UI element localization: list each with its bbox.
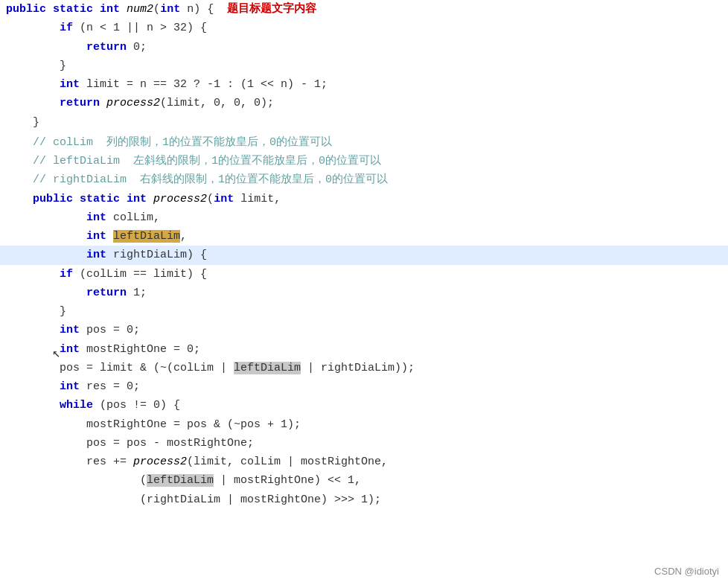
- code-token: int: [60, 324, 80, 336]
- line-content: res += process2(limit, colLim | mostRigh…: [6, 453, 388, 470]
- code-token: }: [6, 305, 66, 318]
- code-line: // rightDiaLim 右斜线的限制，1的位置不能放皇后，0的位置可以: [0, 170, 728, 189]
- code-line: return process2(limit, 0, 0, 0);: [0, 94, 728, 112]
- code-line: if (n < 1 || n > 32) {: [0, 19, 728, 37]
- code-token: int: [160, 3, 180, 16]
- code-line: mostRightOne = pos & (~pos + 1);: [0, 415, 728, 434]
- code-line: }: [0, 113, 728, 132]
- code-token: [46, 3, 53, 16]
- code-token: (: [207, 193, 214, 205]
- code-token: int: [214, 193, 234, 205]
- code-line: return 1;: [0, 284, 728, 302]
- code-line: pos = pos - mostRightOne;: [0, 434, 728, 453]
- code-token: 1;: [127, 287, 147, 299]
- code-token: [100, 97, 106, 109]
- code-line: int rightDiaLim) {: [0, 246, 728, 264]
- code-token: [6, 343, 60, 356]
- code-token: return: [60, 97, 100, 109]
- code-token: }: [6, 116, 39, 129]
- line-content: int limit = n == 32 ? -1 : (1 << n) - 1;: [6, 76, 328, 93]
- code-line: int colLim,: [0, 208, 728, 227]
- line-content: while (pos != 0) {: [6, 397, 180, 414]
- code-token: public: [6, 3, 46, 16]
- code-token: (limit, colLim | mostRightOne,: [187, 456, 388, 468]
- code-token: (colLim == limit) {: [73, 268, 207, 281]
- code-token: [147, 193, 153, 205]
- line-content: }: [6, 303, 66, 320]
- code-token: (limit, 0, 0, 0);: [160, 97, 274, 109]
- code-token: [120, 3, 127, 16]
- code-token: int: [86, 211, 106, 224]
- line-content: return process2(limit, 0, 0, 0);: [6, 95, 274, 112]
- line-content: int mostRightOne = 0;: [6, 341, 200, 358]
- line-content: int leftDiaLim,: [6, 228, 187, 245]
- code-token: [6, 41, 86, 54]
- code-line: int leftDiaLim,: [0, 227, 728, 246]
- code-token: pos = pos - mostRightOne;: [6, 437, 254, 450]
- line-content: int rightDiaLim) {: [6, 246, 207, 263]
- line-content: int pos = 0;: [6, 322, 140, 339]
- code-token: [106, 230, 113, 243]
- line-content: // colLim 列的限制，1的位置不能放皇后，0的位置可以: [6, 134, 332, 151]
- line-content: return 0;: [6, 39, 147, 56]
- code-token: int: [86, 230, 106, 243]
- code-line: }: [0, 57, 728, 75]
- code-token: (: [6, 474, 147, 487]
- code-token: [6, 78, 60, 91]
- code-token: [6, 230, 86, 243]
- code-token: limit,: [234, 193, 281, 205]
- code-token: res +=: [6, 456, 133, 468]
- code-token: (n < 1 || n > 32) {: [73, 22, 207, 34]
- code-token: int: [60, 380, 80, 393]
- code-token: (: [153, 3, 160, 16]
- code-token: // rightDiaLim 右斜线的限制，1的位置不能放皇后，0的位置可以: [6, 173, 388, 186]
- code-token: | mostRightOne) << 1,: [214, 474, 361, 487]
- code-token: [6, 22, 60, 34]
- line-content: mostRightOne = pos & (~pos + 1);: [6, 416, 301, 433]
- code-token: [6, 380, 60, 393]
- code-token: // leftDiaLim 左斜线的限制，1的位置不能放皇后，0的位置可以: [6, 155, 381, 167]
- code-line: int mostRightOne = 0;: [0, 340, 728, 359]
- line-content: public static int process2(int limit,: [6, 191, 281, 208]
- code-token: (rightDiaLim | mostRightOne) >>> 1);: [6, 493, 381, 506]
- code-token: mostRightOne = 0;: [80, 343, 200, 356]
- code-token: int: [127, 193, 147, 205]
- code-line: res += process2(limit, colLim | mostRigh…: [0, 453, 728, 471]
- line-content: }: [6, 114, 39, 131]
- line-content: int res = 0;: [6, 378, 140, 395]
- code-token: [6, 249, 86, 261]
- code-token: limit = n == 32 ? -1 : (1 << n) - 1;: [80, 78, 328, 91]
- code-token: [6, 211, 86, 224]
- code-token: pos = 0;: [80, 324, 140, 336]
- code-token: leftDiaLim: [147, 474, 214, 487]
- code-line: // colLim 列的限制，1的位置不能放皇后，0的位置可以: [0, 133, 728, 152]
- code-token: process2: [133, 456, 187, 468]
- code-token: ,: [180, 230, 187, 243]
- line-content: public static int num2(int n) { 题目标题文字内容: [6, 1, 316, 18]
- code-token: int: [100, 3, 120, 16]
- code-token: [6, 324, 60, 336]
- code-token: [6, 399, 60, 412]
- code-line: int limit = n == 32 ? -1 : (1 << n) - 1;: [0, 75, 728, 94]
- code-token: [6, 287, 86, 299]
- code-token: pos = limit & (~(colLim |: [6, 362, 234, 374]
- code-line: public static int num2(int n) { 题目标题文字内容: [0, 0, 728, 19]
- code-line: while (pos != 0) {: [0, 396, 728, 415]
- line-content: pos = pos - mostRightOne;: [6, 435, 254, 452]
- code-line: int res = 0;: [0, 377, 728, 396]
- code-line: pos = limit & (~(colLim | leftDiaLim | r…: [0, 359, 728, 377]
- code-line: public static int process2(int limit,: [0, 190, 728, 208]
- line-content: int colLim,: [6, 209, 160, 226]
- line-content: if (n < 1 || n > 32) {: [6, 19, 207, 36]
- code-token: res = 0;: [80, 380, 140, 393]
- code-line: if (colLim == limit) {: [0, 265, 728, 284]
- code-token: process2: [153, 193, 207, 205]
- code-line: // leftDiaLim 左斜线的限制，1的位置不能放皇后，0的位置可以: [0, 152, 728, 170]
- code-token: int: [86, 249, 106, 261]
- code-line: int pos = 0;: [0, 321, 728, 339]
- code-token: 题目标题文字内容: [214, 3, 316, 16]
- code-token: [73, 193, 80, 205]
- line-content: }: [6, 57, 66, 74]
- code-token: n) {: [180, 3, 214, 16]
- code-token: colLim,: [106, 211, 160, 224]
